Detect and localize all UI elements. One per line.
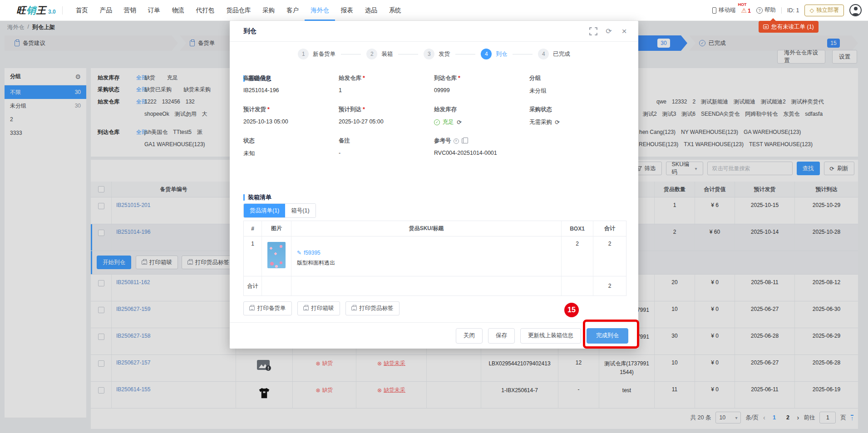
update-online-packing-button[interactable]: 更新线上装箱信息 — [520, 328, 581, 344]
field-origin-warehouse: 始发仓库* 1 — [339, 74, 434, 95]
arrival-modal: 到仓 ⟳ × 1 新备货单 2 装箱 3 发货 — [230, 21, 638, 349]
field-group: 分组 未分组 — [529, 74, 625, 95]
nav-item-packing[interactable]: 代打包 — [190, 0, 221, 21]
step-arrival: 4 到仓 — [481, 49, 507, 59]
packing-table: # 图片 货品SKU/标题 BOX1 合计 1 ✎f59395 版型和面料透出 … — [243, 221, 626, 296]
nav-item-product[interactable]: 产品 — [94, 0, 118, 21]
field-dest-warehouse: 到达仓库* 09999 — [434, 74, 529, 95]
fullscreen-icon[interactable] — [589, 27, 597, 35]
phone-icon — [712, 7, 716, 14]
close-icon[interactable]: × — [620, 27, 628, 35]
question-icon: ? — [756, 7, 763, 14]
field-expected-ship: 预计发货* 2025-10-13 05:00 — [243, 106, 339, 126]
help-link[interactable]: ? 帮助 — [756, 6, 776, 14]
packing-list-section-title: 装箱清单 — [243, 193, 271, 202]
printer-icon — [303, 306, 309, 310]
hot-badge: HOT — [738, 2, 746, 7]
alert-count: 1 — [748, 8, 751, 14]
sku-link[interactable]: f59395 — [304, 250, 321, 256]
deploy-label: 独立部署 — [816, 6, 839, 14]
modal-print-buttons: 打印备货单 打印箱唛 打印货品标签 — [243, 301, 399, 315]
refresh-icon[interactable]: ⟳ — [457, 119, 462, 126]
question-icon: ? — [454, 138, 459, 144]
alert-indicator[interactable]: ⚠1 — [741, 7, 751, 14]
avatar[interactable] — [849, 4, 862, 16]
step-indicator: 1 新备货单 2 装箱 3 发货 4 到仓 4 已完成 — [230, 42, 638, 66]
packing-row: 1 ✎f59395 版型和面料透出 2 2 — [244, 236, 626, 276]
packing-header-row: # 图片 货品SKU/标题 BOX1 合计 — [244, 221, 626, 236]
annotation-step-badge: 15 — [564, 303, 579, 317]
field-status: 状态 未知 — [243, 137, 339, 157]
printer-icon — [249, 306, 255, 310]
nav-item-customer[interactable]: 客户 — [281, 0, 305, 21]
step-new-order: 1 新备货单 — [298, 49, 335, 59]
basic-info-form: 备货单号 IB251014-196 始发仓库* 1 到达仓库* 09999 分组… — [243, 74, 625, 157]
nav-item-logistics[interactable]: 物流 — [166, 0, 190, 21]
field-expected-arrive: 预计到达* 2025-10-27 05:00 — [339, 106, 434, 126]
app-logo: 旺销王 3.0 — [16, 4, 56, 17]
field-order-number: 备货单号 IB251014-196 — [243, 74, 339, 95]
modal-footer: 关闭 保存 更新线上装箱信息 完成到仓 — [230, 322, 638, 349]
field-reference: 参考号 ? RVC004-20251014-0001 — [434, 137, 529, 157]
modal-header: 到仓 ⟳ × — [230, 21, 638, 42]
cell-total-qty: 2 — [593, 236, 626, 276]
nav-item-warehouse[interactable]: 货品仓库 — [220, 0, 256, 21]
check-circle-icon: ✓ — [434, 119, 440, 125]
divider — [781, 7, 782, 14]
nav-right: 移动端 HOT ⚠1 ? 帮助 ID: 1 ◇ 独立部署 — [712, 4, 862, 16]
nav-item-purchase[interactable]: 采购 — [256, 0, 281, 21]
nav-item-marketing[interactable]: 营销 — [118, 0, 142, 21]
modal-title: 到仓 — [243, 27, 256, 35]
mobile-link[interactable]: 移动端 HOT — [712, 6, 736, 14]
logo-version: 3.0 — [48, 9, 56, 15]
deploy-button[interactable]: ◇ 独立部署 — [804, 5, 844, 16]
cell-box1-qty: 2 — [562, 236, 593, 276]
nav-item-home[interactable]: 首页 — [70, 0, 94, 21]
nav-item-selection[interactable]: 选品 — [359, 0, 383, 21]
logo-text: 旺销王 — [16, 4, 46, 17]
print-product-label-button[interactable]: 打印货品标签 — [345, 301, 399, 315]
field-purchase-status: 采购状态 无需采购 ⟳ — [529, 106, 625, 126]
printer-icon — [351, 306, 357, 310]
help-label: 帮助 — [764, 6, 776, 14]
top-nav: 旺销王 3.0 首页 产品 营销 订单 物流 代打包 货品仓库 采购 客户 海外… — [0, 0, 868, 21]
field-remark: 备注 - — [339, 137, 434, 157]
user-id: ID: 1 — [787, 7, 799, 14]
close-button[interactable]: 关闭 — [456, 328, 483, 344]
warning-icon: ⚠ — [741, 7, 747, 14]
nav-item-reports[interactable]: 报表 — [335, 0, 359, 21]
print-box-label-button[interactable]: 打印箱唛 — [297, 301, 340, 315]
message-bubble-icon — [763, 25, 769, 29]
edit-pencil-icon[interactable]: ✎ — [297, 250, 301, 256]
mobile-label: 移动端 — [719, 6, 736, 14]
unread-ticket-tooltip[interactable]: 您有未读工单 (1) — [759, 21, 819, 33]
packing-tabs: 货品清单(1) 箱号(1) — [243, 203, 316, 218]
print-stock-order-button[interactable]: 打印备货单 — [243, 301, 292, 315]
tab-box-numbers[interactable]: 箱号(1) — [285, 204, 315, 217]
nav-item-orders[interactable]: 订单 — [142, 0, 166, 21]
packing-total-row: 合计 2 — [244, 276, 626, 295]
refresh-icon[interactable]: ⟳ — [555, 119, 560, 126]
field-origin-stock: 始发库存 ✓ 充足 ⟳ — [434, 106, 529, 126]
tooltip-text: 您有未读工单 (1) — [771, 23, 814, 31]
product-title: 版型和面料透出 — [297, 259, 335, 267]
nav-item-system[interactable]: 系统 — [383, 0, 407, 21]
tab-item-list[interactable]: 货品清单(1) — [244, 204, 285, 217]
step-packing: 2 装箱 — [366, 49, 393, 59]
product-image[interactable] — [267, 242, 286, 268]
nav-divider — [62, 6, 63, 15]
nav-menu: 首页 产品 营销 订单 物流 代打包 货品仓库 采购 客户 海外仓 报表 选品 … — [70, 0, 407, 21]
save-button[interactable]: 保存 — [488, 328, 515, 344]
step-shipping: 3 发货 — [424, 49, 450, 59]
refresh-icon[interactable]: ⟳ — [605, 27, 613, 35]
nav-item-overseas[interactable]: 海外仓 — [305, 0, 335, 21]
screen: 旺销王 3.0 首页 产品 营销 订单 物流 代打包 货品仓库 采购 客户 海外… — [0, 0, 868, 433]
copy-icon[interactable] — [462, 138, 466, 143]
diamond-icon: ◇ — [809, 7, 814, 14]
step-completed: 4 已完成 — [538, 49, 570, 59]
annotation-highlight-rect — [583, 320, 639, 349]
